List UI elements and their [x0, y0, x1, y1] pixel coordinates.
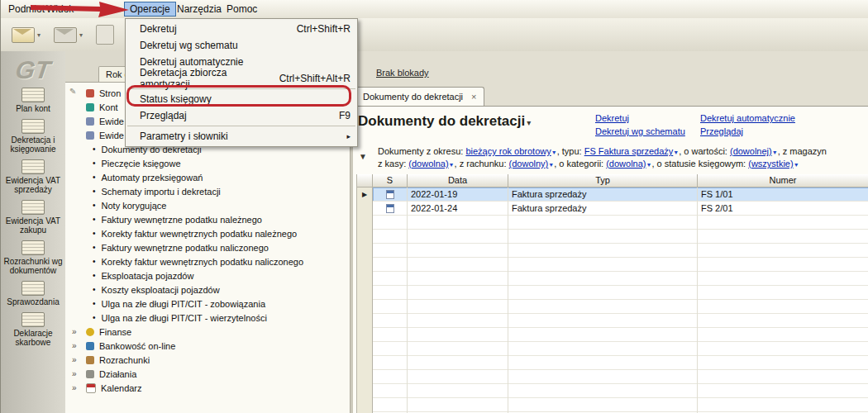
- tab-label: Dokumenty do dekretacji: [363, 92, 463, 102]
- table-empty-area: [357, 216, 868, 413]
- dekretuj-wg-schematu-link[interactable]: Dekretuj wg schematu: [595, 126, 685, 136]
- tree-item-label: Pieczęcie księgowe: [102, 159, 181, 169]
- bullet-icon: •: [93, 243, 96, 252]
- menu-item-dekretuj-wg-schematu[interactable]: Dekretuj wg schematu: [126, 37, 357, 54]
- bullet-icon: •: [93, 313, 96, 322]
- sidebar-item-rozrachunki[interactable]: Rozrachunki wg dokumentów: [2, 240, 64, 275]
- tree-item[interactable]: •Pieczęcie księgowe: [65, 156, 350, 170]
- toolbar-button-2[interactable]: ▾: [51, 25, 85, 45]
- menu-operacje[interactable]: Operacje: [124, 2, 176, 17]
- tree-item[interactable]: •Eksploatacja pojazdów: [65, 268, 350, 282]
- sidebar-item-dekretacja[interactable]: Dekretacja i księgowanie: [2, 119, 64, 154]
- sidebar-item-sprawozdania[interactable]: Sprawozdania: [2, 281, 64, 306]
- menu-item-label: Przeglądaj: [140, 110, 326, 121]
- tree-item-label: Działania: [99, 369, 136, 379]
- dekretuj-automatycznie-link[interactable]: Dekretuj automatycznie: [700, 113, 795, 123]
- tree-item[interactable]: •Faktury wewnętrzne podatku naliczonego: [65, 240, 350, 254]
- bullet-icon: •: [93, 299, 96, 308]
- tree-item[interactable]: » Finanse: [65, 325, 350, 339]
- chevron-down-icon[interactable]: ▾: [527, 118, 531, 127]
- tree-item[interactable]: » Kalendarz: [65, 381, 350, 395]
- tree-item[interactable]: » Rozrachunki: [65, 353, 350, 367]
- filter-funnel-icon[interactable]: ▼: [359, 152, 367, 161]
- filter-account-link[interactable]: (dowolny): [509, 159, 549, 169]
- tree-item[interactable]: •Ulga na złe długi PIT/CIT - wierzytelno…: [65, 311, 350, 325]
- chevron-down-icon[interactable]: ▾: [37, 31, 41, 39]
- tree-item[interactable]: •Schematy importu i dekretacji: [65, 184, 350, 198]
- table-row[interactable]: 2022-01-24 Faktura sprzedaży FS 2/01: [357, 202, 868, 216]
- tree-item[interactable]: •Koszty eksploatacji pojazdów: [65, 282, 350, 297]
- tree-item[interactable]: » Działania: [65, 367, 350, 381]
- tab-dokumenty-do-dekretacji[interactable]: Dokumenty do dekretacji×: [354, 87, 484, 107]
- menu-item-dekretuj[interactable]: Dekretuj Ctrl+Shift+R: [126, 21, 357, 37]
- menu-item-przegladaj[interactable]: Przeglądaj F9: [126, 107, 357, 124]
- table-row[interactable]: ▶ 2022-01-19 Faktura sprzedaży FS 1/01: [357, 188, 868, 202]
- filter-category-link[interactable]: (dowolna): [606, 159, 646, 169]
- menu-widok[interactable]: Widok: [41, 2, 79, 17]
- empty-grid: [373, 216, 868, 413]
- chevron-down-icon[interactable]: ▼: [794, 162, 799, 168]
- app-window: Podmiot Widok Operacje Narzędzia Pomoc ▾…: [0, 0, 868, 413]
- filter-doctype-link[interactable]: FS Faktura sprzedaży: [584, 146, 674, 156]
- tree-item[interactable]: •Korekty faktur wewnętrznych podatku nal…: [65, 254, 350, 268]
- menu-item-label: Dekretacja zbiorcza amortyzacji: [140, 67, 266, 90]
- chevron-down-icon[interactable]: ▼: [772, 150, 778, 155]
- column-header-data[interactable]: Data: [408, 174, 508, 188]
- finance-icon: [86, 328, 94, 336]
- filter-cash-link[interactable]: (dowolna): [408, 159, 448, 169]
- filter-line-2: z kasy: (dowolna)▼, z rachunku: (dowolny…: [378, 159, 799, 169]
- menu-narzedzia[interactable]: Narzędzia: [171, 2, 227, 17]
- ledger-icon: [21, 119, 45, 134]
- przegladaj-link[interactable]: Przeglądaj: [700, 126, 743, 136]
- menu-pomoc[interactable]: Pomoc: [221, 2, 263, 17]
- tree-item[interactable]: » Bankowość on-line: [65, 339, 350, 353]
- tree-item[interactable]: •Korekty faktur wewnętrznych podatku nal…: [65, 226, 350, 240]
- cell-type: Faktura sprzedaży: [508, 202, 698, 216]
- sidebar-item-label: Dekretacja i księgowanie: [2, 135, 64, 154]
- filter-text: , o statusie księgowym:: [651, 159, 746, 169]
- column-header-s[interactable]: S: [373, 174, 408, 188]
- tree-item[interactable]: •Noty korygujące: [65, 198, 350, 212]
- filter-value-link[interactable]: (dowolnej): [730, 146, 772, 156]
- dekretuj-link[interactable]: Dekretuj: [595, 113, 629, 123]
- tree-item[interactable]: •Ulga na złe długi PIT/CIT - zobowiązani…: [65, 297, 350, 311]
- close-icon[interactable]: ×: [471, 92, 476, 102]
- envelope-icon: [12, 27, 35, 43]
- sidebar-item-deklaracje[interactable]: Deklaracje skarbowe: [2, 312, 64, 347]
- menu-item-shortcut: F9: [339, 110, 351, 121]
- sidebar-item-label: Rozrachunki wg dokumentów: [2, 257, 64, 275]
- online-banking-icon: [86, 342, 94, 350]
- chevron-right-icon[interactable]: »: [72, 355, 82, 364]
- menu-item-parametry-i-slowniki[interactable]: Parametry i słowniki ▸: [126, 128, 357, 145]
- sidebar-item-vat-zakupu[interactable]: Ewidencja VAT zakupu: [2, 200, 64, 235]
- sidebar-item-plan-kont[interactable]: Plan kont: [2, 88, 64, 113]
- filter-line-1: Dokumenty z okresu: bieżący rok obrotowy…: [378, 146, 827, 156]
- menu-item-status-ksiegowy[interactable]: Status księgowy: [126, 91, 357, 107]
- chevron-down-icon[interactable]: ▼: [551, 150, 557, 155]
- tree-item[interactable]: •Faktury wewnętrzne podatku należnego: [65, 212, 350, 226]
- menu-item-dekretacja-zbiorcza[interactable]: Dekretacja zbiorcza amortyzacji Ctrl+Shi…: [126, 70, 357, 87]
- chevron-right-icon[interactable]: »: [72, 341, 82, 350]
- tree-item-label: Bankowość on-line: [99, 341, 175, 351]
- toolbar-button-3[interactable]: [93, 22, 117, 47]
- column-header-numer[interactable]: Numer: [698, 174, 868, 188]
- menu-item-label: Dekretuj wg schematu: [140, 40, 351, 51]
- sidebar-item-label: Plan kont: [16, 104, 50, 113]
- chevron-right-icon[interactable]: »: [72, 383, 82, 392]
- cell-date: 2022-01-19: [408, 188, 508, 202]
- toolbar-button-1[interactable]: ▾: [9, 25, 43, 45]
- column-header-typ[interactable]: Typ: [508, 174, 698, 188]
- chevron-down-icon[interactable]: ▼: [449, 162, 455, 168]
- chevron-right-icon[interactable]: »: [72, 369, 82, 378]
- filter-status-link[interactable]: (wszystkie): [748, 159, 793, 169]
- lock-status-link[interactable]: Brak blokady: [376, 68, 429, 78]
- module-sidebar: GT Plan kont Dekretacja i księgowanie Ew…: [1, 51, 66, 413]
- chevron-down-icon[interactable]: ▾: [79, 31, 83, 39]
- sidebar-item-vat-sprzedazy[interactable]: Ewidencja VAT sprzedaży: [2, 159, 64, 194]
- sidebar-item-label: Deklaracje skarbowe: [2, 329, 64, 347]
- filter-period-link[interactable]: bieżący rok obrotowy: [465, 146, 551, 156]
- filter-text: , o kategorii:: [554, 159, 603, 169]
- menu-item-shortcut: Ctrl+Shift+R: [297, 23, 351, 35]
- chevron-right-icon[interactable]: »: [72, 327, 82, 336]
- tree-item[interactable]: •Automaty przeksięgowań: [65, 170, 350, 184]
